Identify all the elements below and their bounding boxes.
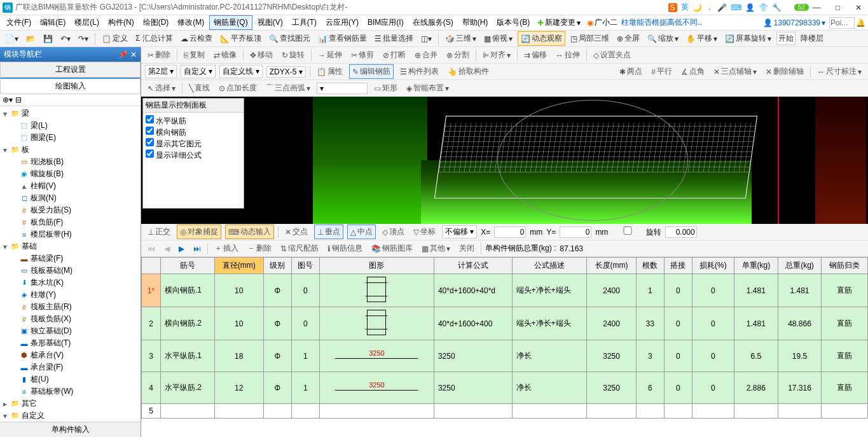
ime-lang[interactable]: 英 xyxy=(681,2,689,13)
bell-icon[interactable]: 🔔 xyxy=(856,18,865,27)
rect-button[interactable]: ▭矩形 xyxy=(371,81,400,95)
pan-button[interactable]: ✋平移▾ xyxy=(684,32,720,45)
tree-tiaoxing[interactable]: ▬条形基础(T) xyxy=(1,337,139,349)
tree-jichuliang[interactable]: ▬基础梁(F) xyxy=(1,253,139,265)
del-aux-button[interactable]: ✕删除辅轴 xyxy=(763,65,806,78)
shirt-icon[interactable]: 👕 xyxy=(759,3,768,12)
maximize-button[interactable]: □ xyxy=(832,3,844,12)
nav-first-icon[interactable]: ⏮ xyxy=(145,243,158,254)
table-row[interactable]: 1*横向钢筋.110Φ040*d+1600+40*d端头+净长+端头240010… xyxy=(142,274,868,307)
viewport[interactable]: 钢筋显示控制面板 水平纵筋 横向钢筋 显示其它图元 显示详细公式 xyxy=(141,97,868,224)
pick-button[interactable]: 👆拾取构件 xyxy=(445,65,492,78)
dynamic-view-button[interactable]: 🔄动态观察 xyxy=(518,31,565,46)
local3d-button[interactable]: ◳局部三维 xyxy=(568,32,612,45)
tree-zhumao[interactable]: ▲柱帽(V) xyxy=(1,180,139,192)
parallel-button[interactable]: #平行 xyxy=(649,65,675,78)
tree-liang-l[interactable]: ⬚梁(L) xyxy=(1,120,139,132)
table-row[interactable]: 5 xyxy=(142,404,868,419)
new-change-button[interactable]: ✚新建变更 ▾ xyxy=(535,16,583,29)
new-icon[interactable]: 📄▾ xyxy=(3,33,21,45)
info-button[interactable]: ℹ钢筋信息 xyxy=(325,242,365,255)
col-header[interactable]: 长度(mm) xyxy=(587,258,636,274)
three-point-button[interactable]: ✕三点辅轴▾ xyxy=(711,65,759,78)
tree-fabenzhu[interactable]: #筏板主筋(R) xyxy=(1,301,139,313)
offset-button[interactable]: ⇉偏移 xyxy=(521,48,549,62)
comma-icon[interactable]: ， xyxy=(706,2,713,13)
tree-fujin[interactable]: #板负筋(F) xyxy=(1,216,139,228)
menu-version[interactable]: 版本号(B) xyxy=(493,16,534,29)
inter-button[interactable]: ✕交点 xyxy=(282,225,310,239)
section-project[interactable]: 工程设置 xyxy=(0,62,141,78)
sum-button[interactable]: Σ 汇总计算 xyxy=(133,32,176,45)
tree-jichubandai[interactable]: ≡基础板带(W) xyxy=(1,385,139,398)
floor-combo[interactable]: 第2层 ▾ xyxy=(145,65,177,78)
layer-icon[interactable]: ◫▾ xyxy=(418,33,434,45)
grip-button[interactable]: ◇设置夹点 xyxy=(591,48,633,62)
col-header[interactable]: 单重(kg) xyxy=(734,258,778,274)
tree-chengtailiang[interactable]: ▬承台梁(F) xyxy=(1,361,139,373)
collapse-icon[interactable]: ⊟ xyxy=(15,95,22,104)
delete-row-button[interactable]: －删除 xyxy=(245,242,274,255)
ortho-button[interactable]: ⊥正交 xyxy=(145,225,173,239)
copy-button[interactable]: ⎘复制 xyxy=(181,48,207,62)
stretch-button[interactable]: ↔拉伸 xyxy=(553,48,582,62)
arc-combo[interactable]: ▾ xyxy=(317,83,368,94)
other-button[interactable]: ▦其他▾ xyxy=(419,242,453,255)
flat-button[interactable]: 📐平齐板顶 xyxy=(217,32,264,45)
chk-detail[interactable]: 显示详细公式 xyxy=(146,149,241,161)
col-header[interactable]: 图号 xyxy=(291,258,319,274)
tree-bandong[interactable]: ◻板洞(N) xyxy=(1,192,139,204)
col-header[interactable]: 根数 xyxy=(636,258,664,274)
fullscreen-button[interactable]: ⊕全屏 xyxy=(614,32,642,45)
two-point-button[interactable]: ✱两点 xyxy=(617,65,645,78)
col-header[interactable]: 图形 xyxy=(319,258,434,274)
col-header[interactable]: 搭接 xyxy=(664,258,692,274)
chk-other[interactable]: 显示其它图元 xyxy=(146,138,241,149)
tree-shoulijin[interactable]: #板受力筋(S) xyxy=(1,204,139,216)
chk-horiz[interactable]: 水平纵筋 xyxy=(146,115,241,127)
close-button[interactable]: ✕ xyxy=(851,3,865,12)
x-input[interactable] xyxy=(494,226,526,238)
view-rebar-button[interactable]: 📊查看钢筋量 xyxy=(315,32,369,45)
break-button[interactable]: ⊘打断 xyxy=(380,48,408,62)
col-header[interactable]: 级别 xyxy=(263,258,291,274)
align-button[interactable]: ⊫对齐▾ xyxy=(480,48,513,62)
menu-bim[interactable]: BIM应用(I) xyxy=(364,16,408,29)
y-input[interactable] xyxy=(560,226,591,238)
col-header[interactable]: 筋号 xyxy=(161,258,215,274)
menu-edit[interactable]: 编辑(E) xyxy=(36,16,69,29)
merge-button[interactable]: ⊕合并 xyxy=(412,48,440,62)
note-link[interactable]: 柱墩能否根据高低不同.. xyxy=(621,17,702,28)
open-icon[interactable]: 📂 xyxy=(24,33,38,45)
3d-button[interactable]: 🎲三维▾ xyxy=(443,32,479,45)
tree-qita[interactable]: ▸📁其它 xyxy=(1,398,139,410)
expand-icon[interactable]: ⊕▾ xyxy=(3,95,13,104)
floor-button[interactable]: 降楼层 xyxy=(798,32,826,45)
scale-button[interactable]: ⇅缩尺配筋 xyxy=(278,242,321,255)
select-button[interactable]: ↖选择▾ xyxy=(145,81,178,95)
notif-badge[interactable]: 52 xyxy=(794,4,809,11)
start-dropdown[interactable]: 开始 xyxy=(776,32,796,45)
define-button[interactable]: 📋定义 xyxy=(99,32,130,45)
menu-tool[interactable]: 工具(T) xyxy=(288,16,320,29)
table-row[interactable]: 4水平纵筋.212Φ132503250净长32506002.88617.316直… xyxy=(142,372,868,404)
end-button[interactable]: ◇顶点 xyxy=(380,225,407,239)
menu-view[interactable]: 视图(V) xyxy=(254,16,287,29)
attr-button[interactable]: 📋属性 xyxy=(314,65,345,78)
sidebar-close-icon[interactable]: ✕ xyxy=(130,50,137,59)
trim-button[interactable]: ✂修剪 xyxy=(348,48,376,62)
rot-input[interactable] xyxy=(665,226,697,238)
angle-button[interactable]: ∡点角 xyxy=(679,65,707,78)
ime-s-icon[interactable]: S xyxy=(668,3,677,12)
mic-icon[interactable]: 🎤 xyxy=(717,3,727,12)
tree-zidingyi[interactable]: ▾📁自定义 xyxy=(1,410,139,422)
tree-jishuikeng[interactable]: ⬇集水坑(K) xyxy=(1,277,139,289)
tree-quanliang[interactable]: ⬚圈梁(E) xyxy=(1,132,139,144)
wrench-icon[interactable]: 🔧 xyxy=(772,3,782,12)
delete-button[interactable]: ✂删除 xyxy=(145,48,173,62)
section-draw[interactable]: 绘图输入 xyxy=(0,78,141,94)
close-table-button[interactable]: 关闭 xyxy=(457,242,477,255)
table-row[interactable]: 2横向钢筋.210Φ040*d+1600+400端头+净长+端头24003300… xyxy=(142,307,868,340)
tree-zhuangct[interactable]: ⬢桩承台(V) xyxy=(1,349,139,361)
table-row[interactable]: 3水平纵筋.118Φ132503250净长32503006.519.5直筋 xyxy=(142,340,868,372)
